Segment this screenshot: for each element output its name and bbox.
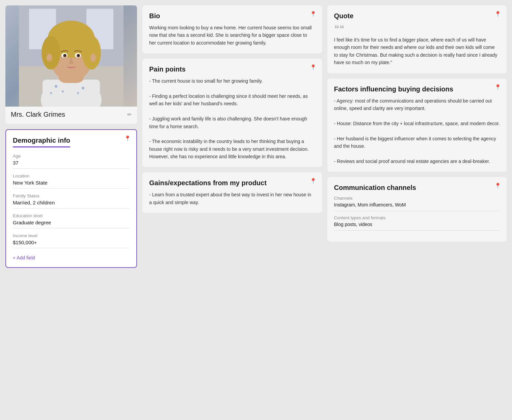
main-layout: Mrs. Clark Grimes ✏ 📍 Demographic info A… [5, 5, 507, 268]
family-status-label: Family Status [13, 193, 130, 198]
svg-point-10 [77, 92, 79, 94]
right-column: 📍 Quote ❝❝ I feel like it's time for us … [327, 5, 507, 268]
bio-card: 📍 Bio Working mom looking to buy a new h… [142, 5, 322, 53]
middle-column: 📍 Bio Working mom looking to buy a new h… [142, 5, 322, 268]
demographic-card: 📍 Demographic info Age 37 Location New Y… [5, 129, 137, 268]
gains-card: 📍 Gains/expectations from my product - L… [142, 172, 322, 213]
income-value: $150,000+ [13, 240, 130, 248]
quote-card: 📍 Quote ❝❝ I feel like it's time for us … [327, 5, 507, 73]
svg-point-25 [90, 54, 96, 62]
age-value: 37 [13, 160, 130, 169]
factors-title: Factors influencing buying decisions [334, 85, 500, 93]
education-field: Education level Graduate degree [13, 213, 130, 228]
quote-pin-icon: 📍 [494, 11, 501, 17]
family-status-field: Family Status Married, 2 children [13, 193, 130, 208]
income-field: Income level $150,000+ [13, 233, 130, 248]
location-field: Location New York State [13, 173, 130, 189]
factors-body: - Agency: most of the communications and… [334, 97, 500, 165]
age-label: Age [13, 153, 130, 159]
quote-title: Quote [334, 12, 500, 20]
gains-pin-icon: 📍 [310, 178, 317, 184]
profile-name-row: Mrs. Clark Grimes ✏ [5, 107, 137, 124]
pin-icon: 📍 [124, 135, 131, 142]
location-value: New York State [13, 180, 130, 189]
profile-card: Mrs. Clark Grimes ✏ [5, 5, 137, 124]
pain-points-title: Pain points [149, 65, 315, 73]
bio-pin-icon: 📍 [310, 11, 317, 17]
svg-point-8 [50, 92, 52, 94]
gains-body: - Learn from a trusted expert about the … [149, 191, 315, 206]
profile-image-container [5, 5, 137, 107]
svg-point-26 [48, 59, 50, 61]
communication-pin-icon: 📍 [494, 183, 501, 189]
education-label: Education level [13, 213, 130, 218]
quote-mark: ❝❝ [334, 24, 500, 33]
age-field: Age 37 [13, 153, 130, 169]
profile-name: Mrs. Clark Grimes [11, 111, 65, 118]
income-label: Income level [13, 233, 130, 238]
svg-point-20 [64, 54, 66, 56]
quote-body: I feel like it's time for us to find a b… [334, 36, 500, 66]
svg-point-21 [78, 54, 79, 56]
factors-pin-icon: 📍 [494, 84, 501, 90]
left-column: Mrs. Clark Grimes ✏ 📍 Demographic info A… [5, 5, 137, 268]
profile-image [5, 5, 137, 107]
svg-point-15 [82, 36, 101, 69]
channels-label: Channels [334, 196, 500, 201]
svg-point-23 [69, 73, 84, 83]
communication-card: 📍 Communication channels Channels Instag… [327, 177, 507, 242]
svg-point-7 [62, 90, 64, 92]
svg-point-6 [55, 85, 57, 88]
channels-value: Instagram, Mom influencers, WoM [334, 202, 500, 211]
content-label: Content types and formats [334, 215, 500, 220]
pain-points-card: 📍 Pain points - The current house is too… [142, 59, 322, 167]
add-field-button[interactable]: + Add field [13, 255, 35, 260]
svg-point-9 [82, 87, 84, 89]
pain-pin-icon: 📍 [310, 64, 317, 71]
communication-title: Communication channels [334, 184, 500, 192]
pain-points-body: - The current house is too small for her… [149, 77, 315, 160]
education-value: Graduate degree [13, 220, 130, 228]
family-status-value: Married, 2 children [13, 200, 130, 208]
bio-body: Working mom looking to buy a new home. H… [149, 24, 315, 47]
svg-point-14 [42, 36, 60, 69]
demographic-title: Demographic info [13, 137, 70, 147]
content-value: Blog posts, videos [334, 222, 500, 231]
gains-title: Gains/expectations from my product [149, 179, 315, 187]
location-label: Location [13, 173, 130, 178]
edit-icon[interactable]: ✏ [127, 111, 132, 118]
bio-title: Bio [149, 12, 315, 20]
factors-card: 📍 Factors influencing buying decisions -… [327, 79, 507, 172]
channels-section: Channels Instagram, Mom influencers, WoM… [334, 196, 500, 231]
